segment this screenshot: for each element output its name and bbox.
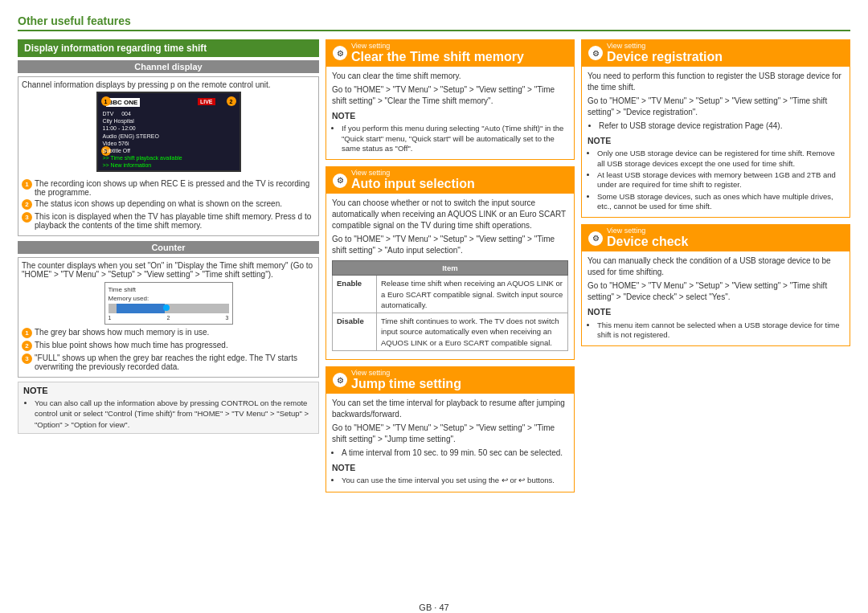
circle-2: 2 — [227, 96, 236, 106]
num-row: 1 2 3 — [108, 315, 229, 321]
circle-num-1: 1 — [22, 179, 32, 190]
jump-note-b1: You can use the time interval you set us… — [342, 476, 568, 485]
city-hospital: City Hospital — [103, 117, 182, 125]
clear-body1: You can clear the time shift memory. — [332, 71, 568, 82]
jump-time-icon: ⚙ — [333, 373, 347, 387]
progress-bar — [108, 304, 229, 313]
jump-time-header: ⚙ View setting Jump time setting — [326, 367, 574, 394]
channel-display-text: Channel information displays by pressing… — [22, 80, 315, 89]
channel-display-header: Channel display — [18, 60, 319, 73]
auto-input-title: Auto input selection — [351, 177, 475, 191]
page-number: GB · 47 — [18, 603, 850, 612]
jump-note: NOTE You can use the time interval you s… — [332, 462, 568, 486]
jump-note-title: NOTE — [332, 462, 568, 474]
device-reg-body: You need to perform this function to reg… — [582, 67, 850, 218]
devreg-note-b2: At least USB storage devices with memory… — [597, 170, 844, 190]
device-reg-card: ⚙ View setting Device registration You n… — [581, 39, 850, 218]
device-check-title: Device check — [607, 235, 688, 249]
device-check-vs-label: View setting — [607, 227, 688, 235]
auto-input-card: ⚙ View setting Auto input selection You … — [326, 166, 575, 360]
auto-input-header: ⚙ View setting Auto input selection — [326, 167, 574, 194]
tv-screen: BBC ONE LIVE 1 2 3 DTV 004 City Hospital… — [96, 92, 241, 172]
grey-bar-text: The grey bar shows how much memory is in… — [35, 328, 209, 337]
clear-memory-icon: ⚙ — [333, 46, 347, 60]
device-check-card: ⚙ View setting Device check You can manu… — [581, 224, 850, 346]
jump-vs-label: View setting — [351, 370, 461, 377]
auto-input-body: You can choose whether or not to switch … — [326, 194, 574, 359]
clear-vs-label: View setting — [351, 43, 524, 50]
devchk-body2: Go to "HOME" > "TV Menu" > "Setup" > "Vi… — [588, 280, 844, 303]
devreg-body2: Go to "HOME" > "TV Menu" > "Setup" > "Vi… — [588, 96, 844, 118]
ts-label: Time shift — [108, 286, 229, 293]
jump-body1: You can set the time interval for playba… — [332, 398, 568, 420]
enable-label: Enable — [333, 276, 377, 313]
left-column: Display information regarding time shift… — [18, 39, 319, 598]
device-check-icon: ⚙ — [588, 231, 603, 246]
live-badge: LIVE — [198, 98, 215, 105]
clear-note-b1: If you perform this menu during selectin… — [342, 124, 568, 153]
full-item: 3 "FULL" shows up when the grey bar reac… — [22, 353, 315, 371]
channel-display-box: Channel information displays by pressing… — [18, 76, 319, 236]
counter-box: The counter displays when you set "On" i… — [18, 257, 319, 378]
clear-memory-title: Clear the Time shift memory — [351, 50, 524, 64]
jump-time-card: ⚙ View setting Jump time setting You can… — [326, 366, 575, 492]
bullet-item-3: 3 This icon is displayed when the TV has… — [22, 212, 315, 230]
clear-memory-header: ⚙ View setting Clear the Time shift memo… — [326, 40, 574, 67]
device-check-header: ⚙ View setting Device check — [582, 225, 850, 251]
circle-num-2: 2 — [22, 199, 32, 210]
mid-column: ⚙ View setting Clear the Time shift memo… — [326, 39, 575, 598]
bullet1-text: The recording icon shows up when REC E i… — [35, 179, 315, 197]
tv-info: DTV 004 City Hospital 11:00 - 12:00 Audi… — [103, 110, 182, 169]
device-reg-title: Device registration — [607, 50, 723, 64]
jump-body2: Go to "HOME" > "TV Menu" > "Setup" > "Vi… — [332, 423, 568, 445]
table-row: Enable Release time shift when receiving… — [333, 276, 568, 313]
counter-header: Counter — [18, 241, 319, 254]
left-note-bullet-1: You can also call up the information abo… — [35, 398, 313, 430]
auto-input-table: Item Enable Release time shift when rece… — [332, 260, 568, 351]
devreg-note-title: NOTE — [588, 135, 844, 147]
circle-num-3: 3 — [22, 212, 32, 223]
num-3: 3 — [226, 315, 229, 321]
devchk-body1: You can manually check the condition of … — [588, 255, 844, 278]
devchk-note-b1: This menu item cannot be selected when a… — [597, 321, 844, 341]
devreg-note-b3: Some USB storage devices, such as ones w… — [597, 192, 844, 212]
video-line: Video 576i — [103, 140, 182, 147]
clear-note-title: NOTE — [332, 110, 568, 122]
bullet2-text: The status icon shows up depending on wh… — [35, 199, 282, 208]
circle-1: 1 — [101, 96, 111, 106]
jump-time-title: Jump time setting — [351, 377, 461, 391]
table-row: Disable Time shift continues to work. Th… — [333, 313, 568, 351]
timeshift-avail: >> Time shift playback available — [103, 154, 182, 161]
subtitle-line: Subtitle Off — [103, 147, 182, 154]
audio-line: Audio (ENG) STEREO — [103, 133, 182, 140]
circle-g2: 2 — [22, 341, 32, 351]
left-section-title: Display information regarding time shift — [18, 39, 319, 57]
devchk-note-title: NOTE — [588, 306, 844, 318]
bbc-badge: BBC ONE — [106, 98, 141, 107]
devreg-note: NOTE Only one USB storage device can be … — [588, 135, 844, 212]
table-header: Item — [333, 260, 568, 275]
dtv-line: DTV 004 — [103, 110, 182, 117]
auto-input-icon: ⚙ — [333, 174, 347, 188]
devreg-note-b1: Only one USB storage device can be regis… — [597, 149, 844, 169]
left-note-box: NOTE You can also call up the informatio… — [18, 382, 319, 434]
auto-body2: Go to "HOME" > "TV Menu" > "Setup" > "Vi… — [332, 234, 568, 256]
bullet-item-2: 2 The status icon shows up depending on … — [22, 199, 315, 210]
right-column: ⚙ View setting Device registration You n… — [581, 39, 850, 598]
num-2: 2 — [167, 315, 170, 321]
clear-note: NOTE If you perform this menu during sel… — [332, 110, 568, 154]
progress-diagram: Time shift Memory used: 1 2 3 — [104, 282, 233, 325]
devchk-note: NOTE This menu item cannot be selected w… — [588, 306, 844, 340]
new-info: >> New information — [103, 161, 182, 169]
device-reg-header: ⚙ View setting Device registration — [582, 40, 850, 67]
clear-memory-body: You can clear the time shift memory. Go … — [326, 67, 574, 160]
jump-bullet: A time interval from 10 sec. to 99 min. … — [342, 447, 568, 459]
counter-text: The counter displays when you set "On" i… — [22, 261, 315, 279]
full-text: "FULL" shows up when the grey bar reache… — [35, 353, 315, 371]
jump-time-body: You can set the time interval for playba… — [326, 394, 574, 492]
left-note-title: NOTE — [23, 386, 313, 395]
page: Other useful features Display informatio… — [0, 0, 868, 613]
mem-label: Memory used: — [108, 295, 229, 302]
devreg-bullet: Refer to USB storage device registration… — [599, 121, 844, 132]
blue-point-text: This blue point shows how much time has … — [35, 341, 228, 349]
